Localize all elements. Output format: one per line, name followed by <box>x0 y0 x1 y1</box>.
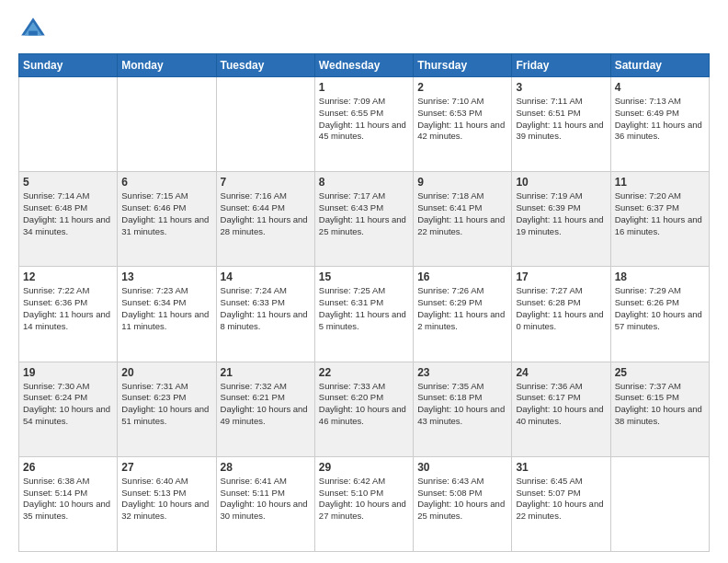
page: SundayMondayTuesdayWednesdayThursdayFrid… <box>0 0 728 563</box>
calendar-table: SundayMondayTuesdayWednesdayThursdayFrid… <box>18 53 710 552</box>
day-info: Sunrise: 7:17 AM Sunset: 6:43 PM Dayligh… <box>319 190 409 237</box>
calendar-cell <box>19 77 118 172</box>
calendar-cell: 11Sunrise: 7:20 AM Sunset: 6:37 PM Dayli… <box>610 172 709 267</box>
day-info: Sunrise: 7:22 AM Sunset: 6:36 PM Dayligh… <box>23 285 113 332</box>
day-info: Sunrise: 7:23 AM Sunset: 6:34 PM Dayligh… <box>121 285 211 332</box>
day-number: 10 <box>516 176 606 189</box>
day-number: 9 <box>417 176 507 189</box>
day-info: Sunrise: 6:38 AM Sunset: 5:14 PM Dayligh… <box>23 476 113 523</box>
calendar-cell: 26Sunrise: 6:38 AM Sunset: 5:14 PM Dayli… <box>19 456 118 551</box>
day-number: 15 <box>319 270 409 283</box>
day-number: 7 <box>221 176 311 189</box>
day-number: 22 <box>319 366 409 379</box>
day-header-monday: Monday <box>118 54 216 77</box>
day-number: 19 <box>23 366 113 379</box>
calendar-cell: 19Sunrise: 7:30 AM Sunset: 6:24 PM Dayli… <box>19 362 118 456</box>
day-info: Sunrise: 7:36 AM Sunset: 6:17 PM Dayligh… <box>516 381 606 428</box>
day-number: 26 <box>23 461 113 474</box>
calendar-cell: 21Sunrise: 7:32 AM Sunset: 6:21 PM Dayli… <box>216 362 314 456</box>
calendar-cell: 23Sunrise: 7:35 AM Sunset: 6:18 PM Dayli… <box>414 362 512 456</box>
calendar-cell: 13Sunrise: 7:23 AM Sunset: 6:34 PM Dayli… <box>118 267 216 362</box>
day-info: Sunrise: 7:11 AM Sunset: 6:51 PM Dayligh… <box>516 96 606 143</box>
calendar-cell: 30Sunrise: 6:43 AM Sunset: 5:08 PM Dayli… <box>414 456 512 551</box>
calendar-cell <box>216 77 314 172</box>
day-info: Sunrise: 6:40 AM Sunset: 5:13 PM Dayligh… <box>121 476 211 523</box>
day-info: Sunrise: 7:19 AM Sunset: 6:39 PM Dayligh… <box>516 190 606 237</box>
calendar-cell: 12Sunrise: 7:22 AM Sunset: 6:36 PM Dayli… <box>19 267 118 362</box>
logo-icon <box>18 15 48 44</box>
day-header-sunday: Sunday <box>19 54 118 77</box>
calendar-cell: 10Sunrise: 7:19 AM Sunset: 6:39 PM Dayli… <box>512 172 610 267</box>
day-info: Sunrise: 7:14 AM Sunset: 6:48 PM Dayligh… <box>23 190 113 237</box>
day-number: 25 <box>615 366 705 379</box>
day-number: 30 <box>417 461 507 474</box>
calendar-cell: 22Sunrise: 7:33 AM Sunset: 6:20 PM Dayli… <box>314 362 413 456</box>
day-info: Sunrise: 7:27 AM Sunset: 6:28 PM Dayligh… <box>516 285 606 332</box>
calendar-cell: 14Sunrise: 7:24 AM Sunset: 6:33 PM Dayli… <box>216 267 314 362</box>
calendar-cell: 18Sunrise: 7:29 AM Sunset: 6:26 PM Dayli… <box>610 267 709 362</box>
day-number: 1 <box>319 81 409 94</box>
calendar-cell: 17Sunrise: 7:27 AM Sunset: 6:28 PM Dayli… <box>512 267 610 362</box>
day-info: Sunrise: 7:10 AM Sunset: 6:53 PM Dayligh… <box>417 96 507 143</box>
calendar-cell: 8Sunrise: 7:17 AM Sunset: 6:43 PM Daylig… <box>314 172 413 267</box>
calendar-cell: 28Sunrise: 6:41 AM Sunset: 5:11 PM Dayli… <box>216 456 314 551</box>
calendar-cell: 7Sunrise: 7:16 AM Sunset: 6:44 PM Daylig… <box>216 172 314 267</box>
calendar-cell: 29Sunrise: 6:42 AM Sunset: 5:10 PM Dayli… <box>314 456 413 551</box>
day-header-friday: Friday <box>512 54 610 77</box>
day-info: Sunrise: 7:18 AM Sunset: 6:41 PM Dayligh… <box>417 190 507 237</box>
day-number: 16 <box>417 270 507 283</box>
calendar-cell: 4Sunrise: 7:13 AM Sunset: 6:49 PM Daylig… <box>610 77 709 172</box>
calendar-cell: 27Sunrise: 6:40 AM Sunset: 5:13 PM Dayli… <box>118 456 216 551</box>
calendar-week-row: 12Sunrise: 7:22 AM Sunset: 6:36 PM Dayli… <box>19 267 710 362</box>
calendar-cell: 6Sunrise: 7:15 AM Sunset: 6:46 PM Daylig… <box>118 172 216 267</box>
day-info: Sunrise: 6:43 AM Sunset: 5:08 PM Dayligh… <box>417 476 507 523</box>
calendar-cell <box>118 77 216 172</box>
svg-rect-2 <box>28 31 38 36</box>
day-info: Sunrise: 7:16 AM Sunset: 6:44 PM Dayligh… <box>221 190 311 237</box>
day-number: 27 <box>121 461 211 474</box>
day-number: 21 <box>221 366 311 379</box>
calendar-cell: 25Sunrise: 7:37 AM Sunset: 6:15 PM Dayli… <box>610 362 709 456</box>
day-header-tuesday: Tuesday <box>216 54 314 77</box>
day-header-wednesday: Wednesday <box>314 54 413 77</box>
day-number: 29 <box>319 461 409 474</box>
day-header-thursday: Thursday <box>414 54 512 77</box>
day-info: Sunrise: 7:29 AM Sunset: 6:26 PM Dayligh… <box>615 285 705 332</box>
calendar-week-row: 26Sunrise: 6:38 AM Sunset: 5:14 PM Dayli… <box>19 456 710 551</box>
calendar-cell: 1Sunrise: 7:09 AM Sunset: 6:55 PM Daylig… <box>314 77 413 172</box>
day-number: 14 <box>221 270 311 283</box>
calendar-week-row: 1Sunrise: 7:09 AM Sunset: 6:55 PM Daylig… <box>19 77 710 172</box>
day-info: Sunrise: 7:35 AM Sunset: 6:18 PM Dayligh… <box>417 381 507 428</box>
logo <box>18 15 51 44</box>
day-number: 8 <box>319 176 409 189</box>
calendar-cell: 3Sunrise: 7:11 AM Sunset: 6:51 PM Daylig… <box>512 77 610 172</box>
day-number: 31 <box>516 461 606 474</box>
day-info: Sunrise: 7:24 AM Sunset: 6:33 PM Dayligh… <box>221 285 311 332</box>
day-info: Sunrise: 6:41 AM Sunset: 5:11 PM Dayligh… <box>221 476 311 523</box>
calendar-header-row: SundayMondayTuesdayWednesdayThursdayFrid… <box>19 54 710 77</box>
day-number: 5 <box>23 176 113 189</box>
day-info: Sunrise: 7:13 AM Sunset: 6:49 PM Dayligh… <box>615 96 705 143</box>
day-info: Sunrise: 7:20 AM Sunset: 6:37 PM Dayligh… <box>615 190 705 237</box>
day-info: Sunrise: 7:25 AM Sunset: 6:31 PM Dayligh… <box>319 285 409 332</box>
calendar-cell: 5Sunrise: 7:14 AM Sunset: 6:48 PM Daylig… <box>19 172 118 267</box>
day-number: 24 <box>516 366 606 379</box>
calendar-cell: 15Sunrise: 7:25 AM Sunset: 6:31 PM Dayli… <box>314 267 413 362</box>
day-header-saturday: Saturday <box>610 54 709 77</box>
day-number: 11 <box>615 176 705 189</box>
day-number: 4 <box>615 81 705 94</box>
day-number: 17 <box>516 270 606 283</box>
day-number: 18 <box>615 270 705 283</box>
day-number: 12 <box>23 270 113 283</box>
day-info: Sunrise: 6:45 AM Sunset: 5:07 PM Dayligh… <box>516 476 606 523</box>
calendar-cell: 9Sunrise: 7:18 AM Sunset: 6:41 PM Daylig… <box>414 172 512 267</box>
day-info: Sunrise: 7:30 AM Sunset: 6:24 PM Dayligh… <box>23 381 113 428</box>
calendar-cell <box>610 456 709 551</box>
day-info: Sunrise: 7:32 AM Sunset: 6:21 PM Dayligh… <box>221 381 311 428</box>
calendar-week-row: 19Sunrise: 7:30 AM Sunset: 6:24 PM Dayli… <box>19 362 710 456</box>
day-info: Sunrise: 7:15 AM Sunset: 6:46 PM Dayligh… <box>121 190 211 237</box>
day-number: 6 <box>121 176 211 189</box>
day-info: Sunrise: 7:37 AM Sunset: 6:15 PM Dayligh… <box>615 381 705 428</box>
calendar-cell: 16Sunrise: 7:26 AM Sunset: 6:29 PM Dayli… <box>414 267 512 362</box>
day-info: Sunrise: 7:26 AM Sunset: 6:29 PM Dayligh… <box>417 285 507 332</box>
